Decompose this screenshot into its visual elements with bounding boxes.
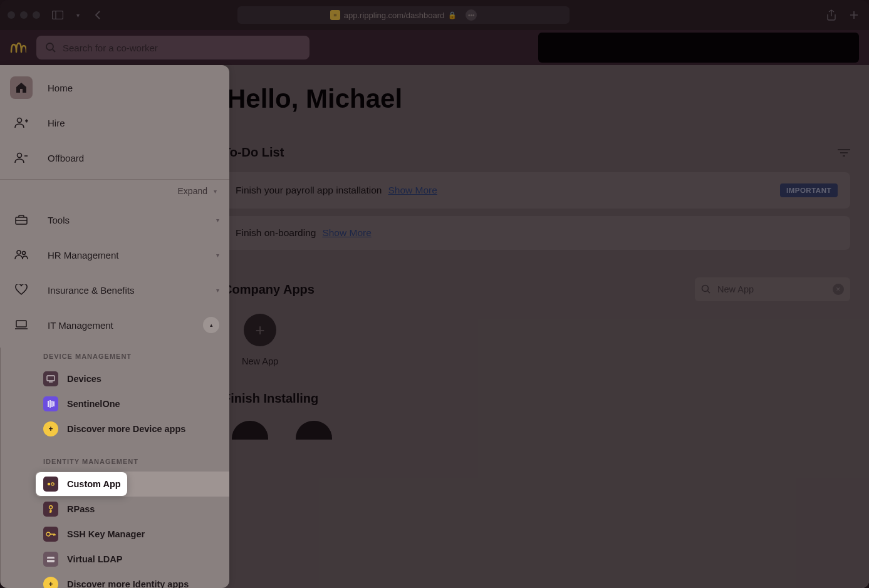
installing-app-tile[interactable] <box>232 421 268 440</box>
new-app-tile[interactable]: + New App <box>232 314 288 366</box>
sidebar-item-hr[interactable]: HR Management ▾ <box>0 237 229 272</box>
search-icon <box>45 42 56 53</box>
home-icon <box>10 76 33 99</box>
svg-point-17 <box>48 483 50 485</box>
dashboard-content: Hello, Michael To-Do List Finish your pa… <box>204 65 869 588</box>
rippling-logo-icon[interactable] <box>10 39 26 56</box>
plus-circle-icon: + <box>43 577 58 588</box>
chevron-down-icon[interactable]: ▾ <box>70 8 85 23</box>
sub-item-devices[interactable]: Devices <box>18 366 229 391</box>
caret-down-icon: ▾ <box>214 188 217 195</box>
plus-icon[interactable]: + <box>244 314 276 346</box>
custom-app-icon <box>43 477 58 492</box>
important-badge: IMPORTANT <box>780 183 838 197</box>
laptop-icon <box>10 314 33 336</box>
company-apps-title: Company Apps <box>223 282 315 297</box>
coworker-search-input[interactable] <box>63 43 301 53</box>
sidebar-item-insurance[interactable]: Insurance & Benefits ▾ <box>0 272 229 307</box>
sidebar-item-hire[interactable]: Hire <box>0 105 229 140</box>
svg-rect-14 <box>16 321 26 327</box>
minimize-window-dot[interactable] <box>20 11 28 19</box>
new-tab-icon[interactable] <box>846 8 861 23</box>
sentinelone-icon <box>43 396 58 411</box>
expand-toggle[interactable]: Expand ▾ <box>0 179 229 202</box>
sub-item-label: SSH Key Manager <box>67 529 145 539</box>
svg-line-3 <box>53 49 55 52</box>
sub-item-custom-app[interactable]: Custom App <box>36 472 127 496</box>
monitor-icon <box>43 371 58 386</box>
todo-text: Finish on-boarding <box>236 227 316 239</box>
show-more-link[interactable]: Show More <box>388 185 437 196</box>
svg-point-9 <box>18 118 22 123</box>
svg-point-2 <box>46 43 53 50</box>
todo-list-title: To-Do List <box>223 145 284 160</box>
device-mgmt-heading: DEVICE MANAGEMENT <box>18 348 229 366</box>
sidebar-item-it[interactable]: IT Management ▴ <box>0 307 229 343</box>
sidebar-toggle-icon[interactable] <box>50 8 65 23</box>
greeting-heading: Hello, Michael <box>227 84 850 114</box>
heart-icon <box>10 279 33 301</box>
coworker-search[interactable] <box>36 36 310 59</box>
svg-rect-15 <box>47 376 55 381</box>
nav-label: Home <box>48 83 73 93</box>
sub-item-sentinelone[interactable]: SentinelOne <box>18 391 229 416</box>
sub-item-label: Discover more Device apps <box>67 424 185 434</box>
sidebar-item-offboard[interactable]: Offboard <box>0 140 229 175</box>
card-icon <box>43 552 58 567</box>
sub-item-rpass[interactable]: RPass <box>18 497 229 522</box>
sidebar-item-tools[interactable]: Tools ▾ <box>0 202 229 237</box>
svg-point-18 <box>51 483 54 485</box>
sub-item-discover-identity[interactable]: + Discover more Identity apps <box>18 572 229 588</box>
svg-point-7 <box>702 286 709 292</box>
clear-search-icon[interactable]: ✕ <box>833 284 844 295</box>
caret-down-icon: ▾ <box>216 217 219 224</box>
window-controls <box>8 11 40 19</box>
nav-label: Tools <box>48 215 70 225</box>
svg-rect-0 <box>53 11 63 19</box>
sub-item-ssh[interactable]: SSH Key Manager <box>18 522 229 547</box>
close-window-dot[interactable] <box>8 11 15 19</box>
sub-item-label: Discover more Identity apps <box>67 579 189 588</box>
user-minus-icon <box>10 147 33 169</box>
sidebar-item-home[interactable]: Home <box>0 65 229 105</box>
plus-circle-icon: + <box>43 421 58 436</box>
installing-app-tile[interactable] <box>296 421 332 440</box>
url-text: app.rippling.com/dashboard <box>344 11 444 20</box>
sub-item-ldap[interactable]: Virtual LDAP <box>18 547 229 572</box>
nav-label: Hire <box>48 118 65 128</box>
sub-item-label: Virtual LDAP <box>67 554 122 564</box>
toolbox-icon <box>10 209 33 231</box>
caret-up-icon: ▴ <box>203 317 219 333</box>
svg-line-8 <box>708 291 710 294</box>
sub-item-label: Custom App <box>67 479 121 489</box>
svg-point-20 <box>46 532 50 536</box>
share-icon[interactable] <box>824 8 839 23</box>
back-icon[interactable] <box>90 8 105 23</box>
nav-label: IT Management <box>48 320 113 331</box>
todo-text: Finish your payroll app installation <box>236 185 382 196</box>
rpass-icon <box>43 502 58 517</box>
browser-toolbar: ▾ ≡ app.rippling.com/dashboard 🔒 ••• <box>0 0 869 30</box>
key-icon <box>43 527 58 542</box>
expand-label: Expand <box>178 186 207 196</box>
svg-point-13 <box>23 252 26 255</box>
search-icon <box>701 284 711 294</box>
svg-point-19 <box>49 506 53 509</box>
more-icon[interactable]: ••• <box>466 9 477 21</box>
todo-item[interactable]: Finish your payroll app installation Sho… <box>223 172 850 209</box>
sidebar: Home Hire Offboard Expand ▾ Tools ▾ HR M… <box>0 65 229 588</box>
nav-label: HR Management <box>48 250 118 260</box>
nav-label: Offboard <box>48 153 84 163</box>
nav-label: Insurance & Benefits <box>48 285 134 296</box>
show-more-link[interactable]: Show More <box>322 227 371 239</box>
sub-item-discover-device[interactable]: + Discover more Device apps <box>18 416 229 441</box>
url-bar[interactable]: ≡ app.rippling.com/dashboard 🔒 ••• <box>237 6 570 24</box>
todo-item[interactable]: Finish on-boarding Show More <box>223 216 850 250</box>
app-search-box[interactable]: New App ✕ <box>695 277 850 301</box>
caret-down-icon: ▾ <box>216 252 219 259</box>
caret-down-icon: ▾ <box>216 287 219 294</box>
user-plus-icon <box>10 111 33 134</box>
svg-rect-22 <box>47 559 55 560</box>
maximize-window-dot[interactable] <box>33 11 40 19</box>
filter-icon[interactable] <box>838 148 850 157</box>
